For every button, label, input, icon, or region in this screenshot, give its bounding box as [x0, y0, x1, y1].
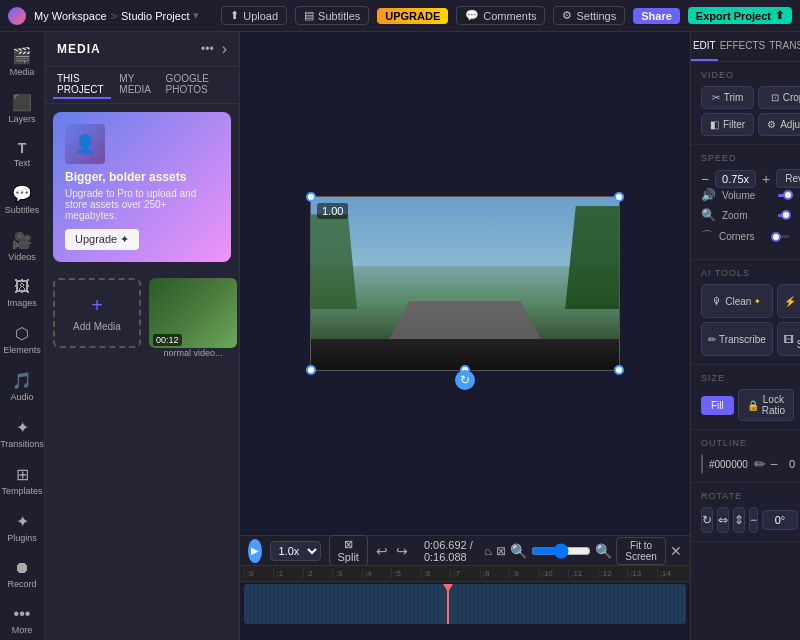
- tab-this-project[interactable]: THIS PROJECT: [53, 71, 111, 99]
- transcribe-icon: ✏: [708, 334, 716, 345]
- playhead-arrow: [443, 584, 453, 592]
- video-canvas[interactable]: 1.00 ↻: [310, 196, 620, 371]
- ruler-mark-10: :10: [539, 569, 568, 578]
- canvas-main: 1.00 ↻: [240, 32, 690, 535]
- tab-effects[interactable]: EFFECTS: [718, 32, 768, 61]
- close-timeline-button[interactable]: ✕: [670, 543, 682, 559]
- undo-button[interactable]: ↩: [376, 543, 388, 559]
- lock-ratio-button[interactable]: 🔒 Lock Ratio: [738, 389, 794, 421]
- rotate-cw-button[interactable]: ↻: [701, 507, 713, 533]
- sidebar-item-videos[interactable]: 🎥 Videos: [0, 225, 44, 268]
- sidebar-item-audio[interactable]: 🎵 Audio: [0, 365, 44, 408]
- upload-button[interactable]: ⬆ Upload: [221, 6, 287, 25]
- share-button[interactable]: Share: [633, 8, 680, 24]
- media-panel-more[interactable]: •••: [201, 42, 214, 56]
- canvas-timecode: 1.00: [317, 203, 348, 219]
- sidebar-item-text[interactable]: T Text: [0, 134, 44, 174]
- ruler-mark-1: :1: [273, 569, 302, 578]
- outline-buttons: ✏ − 0 +: [754, 456, 800, 472]
- split-button[interactable]: ⊠ Split: [329, 535, 368, 566]
- timeline-track[interactable]: [244, 584, 686, 624]
- promo-upgrade-button[interactable]: Upgrade ✦: [65, 229, 139, 250]
- sidebar-label-record: Record: [7, 579, 36, 589]
- subtitles-button[interactable]: ▤ Subtitles: [295, 6, 369, 25]
- find-scenes-button[interactable]: 🎞 Find Scenes: [777, 322, 800, 356]
- export-button[interactable]: Export Project ⬆: [688, 7, 792, 24]
- rotate-minus-button[interactable]: −: [749, 507, 758, 533]
- tab-edit[interactable]: EDIT: [691, 32, 718, 61]
- speed-minus-button[interactable]: −: [701, 171, 709, 187]
- add-media-box[interactable]: + Add Media: [53, 278, 141, 348]
- rotate-degree-input[interactable]: 0°: [762, 510, 798, 530]
- main-layout: 🎬 Media ⬛ Layers T Text 💬 Subtitles 🎥 Vi…: [0, 32, 800, 640]
- lock-icon: 🔒: [747, 400, 759, 411]
- flip-v-button[interactable]: ⇕: [733, 507, 745, 533]
- settings-button[interactable]: ⚙ Settings: [553, 6, 625, 25]
- pencil-icon[interactable]: ✏: [754, 456, 766, 472]
- tab-my-media[interactable]: MY MEDIA: [115, 71, 157, 99]
- minus-icon[interactable]: −: [770, 456, 778, 472]
- comments-button[interactable]: 💬 Comments: [456, 6, 545, 25]
- sidebar-item-subtitles[interactable]: 💬 Subtitles: [0, 178, 44, 221]
- transcribe-button[interactable]: ✏ Transcribe: [701, 322, 773, 356]
- zoom-thumb[interactable]: [781, 210, 791, 220]
- tab-google-photos[interactable]: GOOGLE PHOTOS: [162, 71, 231, 99]
- corners-slider[interactable]: [775, 235, 790, 238]
- crop-button[interactable]: ⊡ Crop: [758, 86, 800, 109]
- playhead[interactable]: [447, 584, 449, 624]
- smart-cut-button[interactable]: ⚡ Smart Cut *: [777, 284, 800, 318]
- play-button[interactable]: ▶: [248, 539, 262, 563]
- fill-button[interactable]: Fill: [701, 396, 734, 415]
- speed-selector[interactable]: 1.0x 0.5x 1.5x 2.0x: [270, 541, 321, 561]
- volume-thumb[interactable]: [783, 190, 793, 200]
- zoom-out-button[interactable]: 🔍: [510, 543, 527, 559]
- redo-button[interactable]: ↪: [396, 543, 408, 559]
- zoom-slider[interactable]: [531, 543, 591, 559]
- speed-plus-button[interactable]: +: [762, 171, 770, 187]
- rotate-handle[interactable]: ↻: [455, 370, 475, 390]
- volume-slider[interactable]: [778, 194, 790, 197]
- upgrade-button[interactable]: UPGRADE: [377, 8, 448, 24]
- clean-audio-button[interactable]: 🎙 Clean ✦: [701, 284, 773, 318]
- zoom-in-button[interactable]: 🔍: [595, 543, 612, 559]
- canvas-handle-br[interactable]: [614, 365, 624, 375]
- ruler-mark-12: :12: [598, 569, 627, 578]
- zoom-slider-track[interactable]: [778, 214, 790, 217]
- flip-h-button[interactable]: ⇔: [717, 507, 729, 533]
- sidebar-item-more[interactable]: ••• More: [0, 599, 44, 640]
- ruler-mark-5: :5: [391, 569, 420, 578]
- size-section-title: SIZE: [701, 373, 790, 383]
- clean-audio-icon: 🎙: [712, 296, 722, 307]
- canvas-handle-tr[interactable]: [614, 192, 624, 202]
- trim-button[interactable]: ✂ Trim: [701, 86, 754, 109]
- promo-text: Upgrade to Pro to upload and store asset…: [65, 188, 219, 221]
- size-row: Fill 🔒 Lock Ratio: [701, 389, 790, 421]
- media-panel-header: MEDIA ••• ›: [45, 32, 239, 67]
- sidebar-item-templates[interactable]: ⊞ Templates: [0, 459, 44, 502]
- canvas-handle-bl[interactable]: [306, 365, 316, 375]
- add-media-label: Add Media: [73, 321, 121, 332]
- sidebar-item-elements[interactable]: ⬡ Elements: [0, 318, 44, 361]
- clean-badge: ✦: [754, 297, 761, 306]
- fit-screen-button[interactable]: Fit to Screen: [616, 537, 666, 565]
- reverse-button[interactable]: Reverse: [776, 169, 800, 188]
- corners-thumb[interactable]: [771, 232, 781, 242]
- outline-row: #000000 ✏ − 0 +: [701, 454, 790, 474]
- adjust-button[interactable]: ⚙ Adjust: [758, 113, 800, 136]
- filter-button[interactable]: ◧ Filter: [701, 113, 754, 136]
- sidebar-item-images[interactable]: 🖼 Images: [0, 272, 44, 314]
- outline-color-swatch[interactable]: [701, 454, 703, 474]
- tab-transitions[interactable]: TRANSITIONS: [767, 32, 800, 61]
- sidebar-item-media[interactable]: 🎬 Media: [0, 40, 44, 83]
- sidebar-item-record[interactable]: ⏺ Record: [0, 553, 44, 595]
- media-panel-close[interactable]: ›: [222, 40, 227, 58]
- sidebar-item-plugins[interactable]: ✦ Plugins: [0, 506, 44, 549]
- zoom-controls: ⏢ ⊠ 🔍 🔍 Fit to Screen ✕: [485, 537, 682, 565]
- canvas-handle-tl[interactable]: [306, 192, 316, 202]
- ai-buttons: 🎙 Clean ✦ ⚡ Smart Cut * ✏ Transcribe 🎞 F…: [701, 284, 790, 356]
- ruler-mark-14: :14: [657, 569, 686, 578]
- sidebar-item-layers[interactable]: ⬛ Layers: [0, 87, 44, 130]
- media-thumbnail[interactable]: 00:12: [149, 278, 237, 348]
- promo-thumbnail: 👤: [65, 124, 105, 164]
- sidebar-item-transitions[interactable]: ✦ Transitions: [0, 412, 44, 455]
